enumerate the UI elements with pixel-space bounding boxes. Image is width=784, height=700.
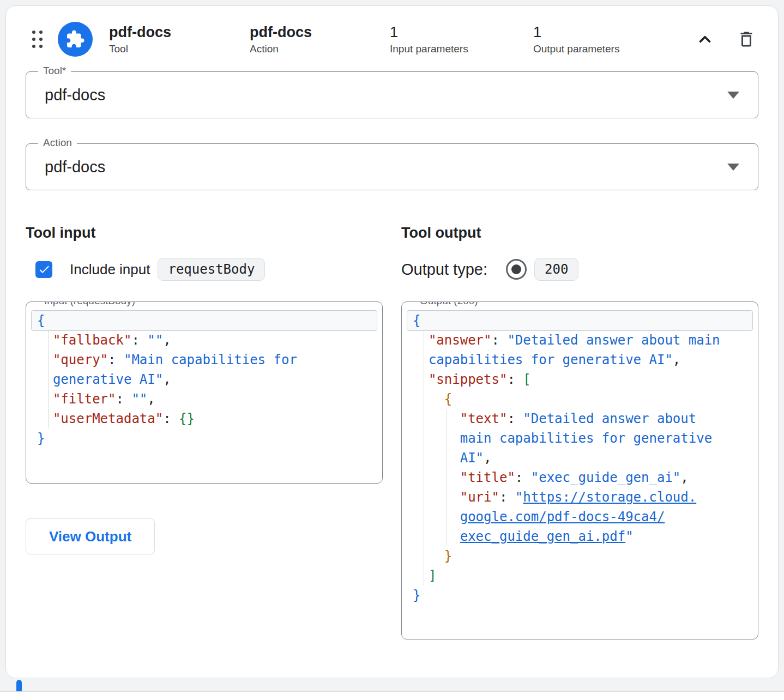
output-params-count: 1 [533,23,619,41]
code-token: "" [147,333,163,348]
code-token: "fallback" [53,333,132,348]
tool-card: pdf-docs Tool pdf-docs Action 1 Input pa… [5,5,779,678]
tool-select-value: pdf-docs [45,86,105,104]
code-token: : [163,411,179,426]
code-token: : [131,333,147,348]
status-200-chip[interactable]: 200 [534,258,578,281]
view-output-button[interactable]: View Output [26,518,155,554]
code-line: { [407,311,752,330]
tool-output-title: Tool output [401,224,758,242]
header-tool-block: pdf-docs Tool [109,23,250,55]
code-token: "Detailed answer about [523,411,696,426]
include-input-checkbox[interactable] [35,261,52,278]
input-fieldset: Input (requestBody) * { "fallback": "", … [26,301,383,484]
code-token: : [108,352,124,367]
code-line: "userMetadata": {} [32,409,377,429]
code-token [37,411,53,426]
code-line: "query": "Main capabilities for [32,350,377,370]
action-select-label: Action [38,137,77,149]
code-token: " [625,529,633,544]
code-token: "answer" [429,333,492,348]
tool-select[interactable]: Tool* pdf-docs [26,71,758,118]
code-token: {} [179,411,195,426]
code-token [413,450,460,466]
code-token: "exec_guide_gen_ai" [531,470,681,485]
collapse-button[interactable] [693,27,717,51]
code-token: ] [429,568,436,583]
action-select-value: pdf-docs [45,158,105,176]
code-line: "uri": "https://storage.cloud. [407,487,752,507]
code-token: { [413,313,420,328]
input-fieldset-label: Input (requestBody) * [39,301,147,307]
output-params-label: Output parameters [533,43,619,55]
code-token: "Detailed answer about main [507,333,720,348]
code-token [413,333,429,348]
code-token: } [37,431,45,446]
code-token: "" [131,391,147,407]
code-token: , [673,352,680,367]
code-token: } [413,588,420,603]
header-output-params: 1 Output parameters [533,23,619,55]
delete-button[interactable] [734,27,758,51]
code-token [413,411,460,426]
code-line: generative AI", [32,370,377,389]
code-line: } [407,546,752,566]
radio-dot [511,264,521,274]
request-body-chip[interactable]: requestBody [158,258,265,281]
check-icon [38,263,51,276]
code-line: AI", [407,448,752,468]
dropdown-caret-icon [727,164,739,171]
code-token: AI" [460,450,484,466]
code-line: "snippets": [ [407,370,752,389]
input-params-count: 1 [390,23,533,41]
code-token: : [499,490,515,505]
code-line: "text": "Detailed answer about [407,409,752,429]
code-token: : [507,372,523,387]
output-code-editor[interactable]: { "answer": "Detailed answer about main … [407,311,752,630]
code-line: capabilities for generative AI", [407,350,752,370]
code-token [37,372,53,387]
code-token: "Main capabilities for [124,352,297,367]
chevron-up-icon [695,29,715,50]
code-line: google.com/pdf-docs-49ca4/ [407,507,752,527]
code-token: "filter" [53,391,116,407]
uri-link[interactable]: exec_guide_gen_ai.pdf [460,529,625,544]
uri-link[interactable]: google.com/pdf-docs-49ca4/ [460,509,665,524]
action-select[interactable]: Action pdf-docs [26,143,758,190]
code-token [413,490,460,505]
code-line: { [32,311,377,330]
drag-handle-icon[interactable] [32,31,43,48]
code-token: : [515,470,531,485]
code-token [37,391,53,407]
code-token: , [163,333,171,348]
tool-input-section: Tool input Include input requestBody Inp… [26,224,383,639]
code-token [37,352,53,367]
tool-card-header: pdf-docs Tool pdf-docs Action 1 Input pa… [26,6,758,58]
include-input-label: Include input [70,261,150,278]
code-token [413,529,460,544]
code-line: exec_guide_gen_ai.pdf" [407,527,752,546]
header-action-name: pdf-docs [250,23,390,41]
code-line: "answer": "Detailed answer about main [407,330,752,350]
output-type-radio[interactable] [506,259,527,280]
code-token: main capabilities for generative [460,431,712,446]
tool-input-title: Tool input [26,224,383,242]
code-token: { [444,391,452,407]
code-token: capabilities for generative AI" [429,352,673,367]
code-token [413,548,444,564]
code-token: "snippets" [429,372,508,387]
code-token [413,509,460,524]
code-line: } [32,429,377,448]
header-action-block: pdf-docs Action [250,23,390,55]
code-token [413,470,460,485]
code-token: "query" [53,352,108,367]
code-token: "text" [460,411,508,426]
uri-link[interactable]: https://storage.cloud. [523,490,696,505]
input-params-label: Input parameters [390,43,533,55]
output-fieldset: Output (200) * { "answer": "Detailed ans… [401,301,758,639]
input-code-editor[interactable]: { "fallback": "", "query": "Main capabil… [32,311,377,474]
tool-output-section: Tool output Output type: 200 Output (200… [401,224,758,639]
header-input-params: 1 Input parameters [390,23,533,55]
code-token: , [147,391,155,407]
code-token [413,372,429,387]
